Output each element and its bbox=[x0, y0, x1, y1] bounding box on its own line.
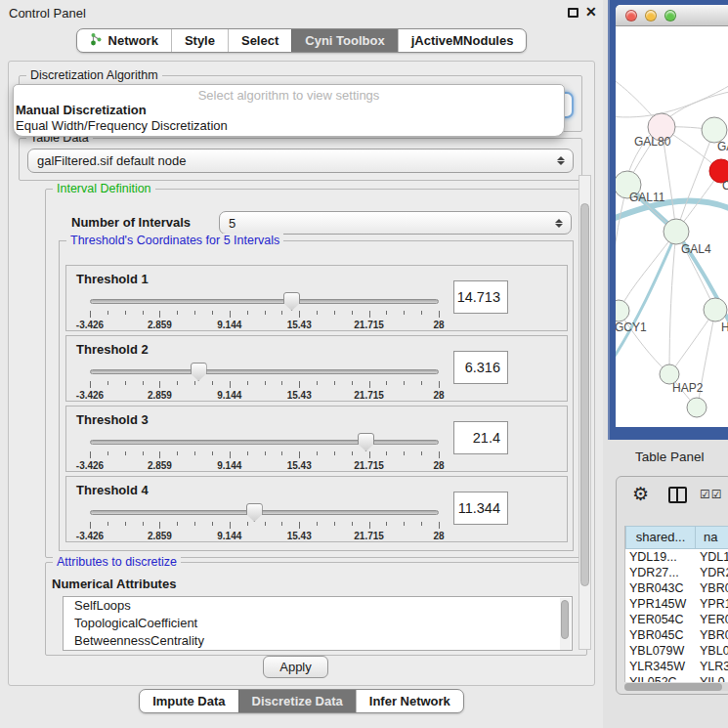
table-row[interactable]: YIL052CYIL0 bbox=[625, 674, 728, 682]
attribute-item-betweennesscentrality[interactable]: BetweennessCentrality bbox=[64, 632, 572, 650]
close-traffic-light-icon[interactable] bbox=[625, 10, 637, 21]
slider-thumb[interactable] bbox=[358, 433, 374, 451]
slider-tick-label: 15.43 bbox=[287, 320, 312, 330]
tab-jactivemnodules[interactable]: jActiveMNodules bbox=[398, 29, 527, 52]
network-edge[interactable] bbox=[616, 236, 675, 364]
network-canvas[interactable]: GAL80GACGAL11GAL4GCY1HHAP2 bbox=[616, 26, 728, 427]
table-row[interactable]: YLR345WYLR3 bbox=[625, 659, 728, 674]
table-row[interactable]: YBR043CYBR0 bbox=[625, 580, 728, 596]
slider-tick bbox=[334, 451, 335, 455]
table-row[interactable]: YDR27...YDR2 bbox=[625, 565, 728, 580]
minimize-traffic-light-icon[interactable] bbox=[645, 10, 657, 21]
table-row[interactable]: YDL19...YDL1 bbox=[625, 549, 728, 565]
gear-icon[interactable]: ⚙ bbox=[632, 483, 649, 505]
scrollbar-thumb[interactable] bbox=[624, 683, 722, 691]
network-icon bbox=[90, 32, 103, 49]
table-cell: YBL0 bbox=[696, 643, 728, 659]
tab-discretize-data[interactable]: Discretize Data bbox=[238, 690, 356, 712]
columns-icon[interactable] bbox=[668, 487, 687, 503]
slider-tick bbox=[369, 381, 370, 388]
table-row[interactable]: YBR045CYBR0 bbox=[625, 627, 728, 643]
slider-tick bbox=[404, 522, 405, 526]
algorithm-option-equal-width-frequency-discretization[interactable]: Equal Width/Frequency Discretization bbox=[14, 118, 564, 134]
threshold-slider-2[interactable]: -3.4262.8599.14415.4321.71528 bbox=[90, 362, 439, 401]
threshold-value-field[interactable]: 21.4 bbox=[453, 421, 508, 454]
network-edge[interactable] bbox=[616, 83, 728, 117]
zoom-traffic-light-icon[interactable] bbox=[664, 10, 676, 21]
tab-style[interactable]: Style bbox=[171, 29, 228, 52]
content-scrollbar[interactable] bbox=[578, 175, 591, 650]
algorithm-option-manual-discretization[interactable]: Manual Discretization bbox=[14, 103, 564, 118]
slider-track bbox=[90, 299, 439, 304]
network-node-gcy1[interactable] bbox=[616, 300, 629, 321]
network-node-label: GCY1 bbox=[616, 321, 647, 334]
close-icon[interactable]: ✕ bbox=[585, 4, 597, 20]
network-node-h[interactable] bbox=[704, 298, 727, 321]
table-row[interactable]: YBL079WYBL0 bbox=[625, 643, 728, 659]
slider-tick bbox=[107, 311, 108, 315]
table-row[interactable]: YER054CYER0 bbox=[625, 612, 728, 627]
slider-tick bbox=[265, 451, 266, 455]
numerical-attributes-list[interactable]: SelfLoopsTopologicalCoefficientBetweenne… bbox=[63, 596, 573, 651]
threshold-value-field[interactable]: 14.713 bbox=[453, 280, 508, 314]
slider-tick bbox=[439, 381, 440, 388]
tab-cyni-toolbox[interactable]: Cyni Toolbox bbox=[291, 29, 397, 52]
tab-infer-network[interactable]: Infer Network bbox=[356, 690, 463, 712]
slider-track bbox=[90, 369, 439, 374]
select-columns-checkboxes-icon[interactable]: ☑☑ bbox=[700, 488, 723, 501]
node-table[interactable]: shared...na YDL19...YDL1YDR27...YDR2YBR0… bbox=[624, 526, 728, 682]
attribute-item-topologicalcoefficient[interactable]: TopologicalCoefficient bbox=[64, 615, 572, 632]
slider-tick bbox=[369, 522, 370, 529]
slider-thumb[interactable] bbox=[246, 503, 263, 522]
slider-thumb[interactable] bbox=[191, 363, 207, 381]
slider-tick bbox=[125, 381, 126, 385]
slider-tick bbox=[177, 522, 178, 526]
slider-tick-label: -3.426 bbox=[76, 460, 104, 471]
network-node-label: GAL4 bbox=[681, 242, 711, 256]
slider-tick bbox=[334, 522, 335, 526]
threshold-value-field[interactable]: 11.344 bbox=[453, 492, 508, 525]
network-edge[interactable] bbox=[616, 185, 627, 302]
column-header-na[interactable]: na bbox=[696, 526, 728, 549]
slider-tick bbox=[281, 522, 282, 526]
algorithm-prompt: Select algorithm to view settings bbox=[14, 85, 564, 103]
tab-select[interactable]: Select bbox=[228, 29, 291, 52]
table-data-combobox[interactable]: galFiltered.sif default node bbox=[27, 149, 574, 173]
slider-tick bbox=[299, 522, 300, 529]
list-scrollbar[interactable] bbox=[560, 598, 571, 651]
scrollbar-thumb[interactable] bbox=[580, 203, 589, 586]
apply-button[interactable]: Apply bbox=[263, 656, 328, 678]
network-edge[interactable] bbox=[669, 232, 676, 373]
table-row[interactable]: YPR145WYPR1 bbox=[625, 596, 728, 612]
scrollbar-thumb[interactable] bbox=[561, 600, 569, 639]
threshold-slider-3[interactable]: -3.4262.8599.14415.4321.71528 bbox=[90, 432, 439, 471]
tab-label: Select bbox=[241, 33, 278, 48]
slider-tick bbox=[247, 451, 248, 455]
threshold-panel-4: Threshold 4-3.4262.8599.14415.4321.71528… bbox=[65, 476, 568, 542]
attribute-item-selfloops[interactable]: SelfLoops bbox=[64, 597, 572, 615]
slider-tick bbox=[230, 381, 231, 388]
slider-thumb[interactable] bbox=[283, 292, 300, 311]
tab-impute-data[interactable]: Impute Data bbox=[140, 690, 237, 712]
table-cell: YDR27... bbox=[625, 565, 696, 580]
network-node-gal4[interactable] bbox=[664, 219, 689, 244]
tab-network[interactable]: Network bbox=[77, 29, 171, 52]
threshold-slider-1[interactable]: -3.4262.8599.14415.4321.71528 bbox=[90, 291, 439, 330]
slider-tick-label: 21.715 bbox=[354, 460, 384, 471]
table-hscrollbar[interactable] bbox=[624, 683, 728, 691]
threshold-slider-4[interactable]: -3.4262.8599.14415.4321.71528 bbox=[90, 502, 439, 541]
table-panel: ⚙ ☑☑ shared...na YDL19...YDL1YDR27...YDR… bbox=[616, 476, 728, 695]
slider-tick-label: 9.144 bbox=[217, 320, 241, 330]
top-tabbar: NetworkStyleSelectCyni ToolboxjActiveMNo… bbox=[0, 28, 603, 53]
slider-tick-label: 28 bbox=[433, 320, 444, 330]
threshold-value-field[interactable]: 6.316 bbox=[453, 351, 508, 384]
number-of-intervals-combobox[interactable]: 5 bbox=[219, 211, 572, 235]
network-edge[interactable] bbox=[677, 130, 714, 230]
network-node-item[interactable] bbox=[687, 398, 707, 417]
column-header-shared[interactable]: shared... bbox=[625, 526, 696, 549]
float-icon[interactable] bbox=[568, 8, 578, 18]
slider-tick bbox=[404, 451, 405, 455]
slider-tick bbox=[265, 311, 266, 315]
slider-tick bbox=[334, 381, 335, 385]
table-panel-title: Table Panel bbox=[635, 450, 705, 464]
